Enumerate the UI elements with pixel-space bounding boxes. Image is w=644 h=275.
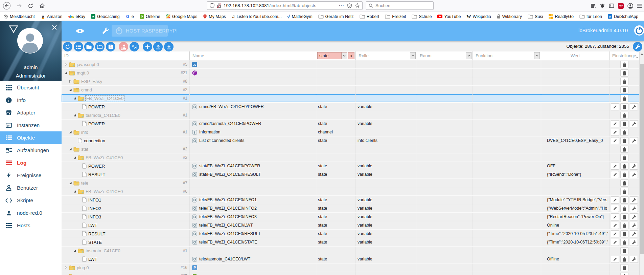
delete-button[interactable] <box>620 239 628 246</box>
object-row-info2[interactable]: INFO2tele/FB_WoZi_C41CE0/INFO2statevaria… <box>62 204 644 213</box>
bookmark-geocaching[interactable]: Geocaching <box>91 14 120 19</box>
delete-button[interactable] <box>620 103 628 110</box>
type-filter-select[interactable]: state <box>317 52 347 59</box>
tree-expanded-icon[interactable] <box>68 181 72 185</box>
delete-button[interactable] <box>620 137 628 144</box>
delete-button[interactable] <box>620 86 628 93</box>
sidebar-item-adapter[interactable]: Adapter <box>0 106 62 119</box>
search-bar[interactable]: Suchen <box>366 1 434 10</box>
delete-button[interactable] <box>620 120 628 127</box>
columns-settings-button[interactable] <box>633 42 642 51</box>
url-bar[interactable]: 192.168.178.102:8081/index.html#tab-obje… <box>207 1 363 10</box>
object-row-cmnd[interactable]: cmnd#2 <box>62 86 644 94</box>
delete-button[interactable] <box>620 188 628 195</box>
delete-button[interactable] <box>620 146 628 153</box>
list-view-button[interactable] <box>74 42 83 51</box>
object-row-stat[interactable]: stat#2 <box>62 145 644 153</box>
delete-button[interactable] <box>620 256 628 263</box>
tree-expanded-icon[interactable] <box>72 249 77 252</box>
scrollbar-thumb[interactable] <box>640 64 644 254</box>
bookmark-geräte-im-netz[interactable]: Geräte im Netz <box>318 14 354 19</box>
delete-button[interactable] <box>620 196 628 204</box>
object-row-mqtt-0[interactable]: mqtt.0#21 <box>62 69 644 77</box>
sort-az-button[interactable]: AZ <box>130 42 139 51</box>
sidebar-item-benutzer[interactable]: Benutzer <box>0 182 62 194</box>
bookmark-readlygo[interactable]: ReadlyGo <box>549 14 574 19</box>
bookmark-google-maps[interactable]: Google Maps <box>166 14 197 19</box>
tracking-shield-icon[interactable] <box>210 3 214 8</box>
column-header-settings[interactable]: Einstellungen <box>610 51 639 60</box>
custom-settings-button[interactable] <box>630 171 638 178</box>
type-filter-clear-button[interactable]: x <box>348 52 354 59</box>
edit-button[interactable] <box>611 222 619 229</box>
custom-settings-button[interactable] <box>630 213 638 220</box>
delete-button[interactable] <box>620 247 628 254</box>
delete-button[interactable] <box>620 163 628 170</box>
bookmark-schule[interactable]: Schule <box>412 14 432 19</box>
upload-objects-button[interactable] <box>153 42 163 51</box>
edit-button[interactable] <box>611 137 619 144</box>
bookmark-wiktionary[interactable]: Wiktionary <box>497 14 522 19</box>
edit-button[interactable] <box>611 196 619 204</box>
custom-settings-button[interactable] <box>630 239 638 246</box>
object-row-info3[interactable]: INFO3tele/FB_WoZi_C41CE0/INFO3statevaria… <box>62 213 644 221</box>
bookmark-susi[interactable]: Susi <box>528 14 543 19</box>
bookmark-meistbesucht[interactable]: Meistbesucht <box>3 14 35 19</box>
tree-expanded-icon[interactable] <box>72 190 77 193</box>
object-row-fb-wozi-c41ce0[interactable]: FB_WoZi_C41CE0#1 <box>62 94 644 103</box>
custom-settings-button[interactable] <box>630 120 638 127</box>
delete-button[interactable] <box>620 264 628 271</box>
custom-settings-button[interactable] <box>630 163 638 170</box>
object-row-info1[interactable]: INFO1tele/FB_WoZi_C41CE0/INFO1statevaria… <box>62 196 644 204</box>
edit-button[interactable] <box>611 256 619 263</box>
sidebar-item-ereignisse[interactable]: Ereignisse <box>0 169 62 182</box>
delete-button[interactable] <box>620 205 628 212</box>
object-row-lwt[interactable]: LWTtele/FB_WoZi_C41CE0/LWTstatevariableO… <box>62 221 644 230</box>
object-row-state[interactable]: STATEtele/FB_WoZi_C41CE0/STATEstatevaria… <box>62 238 644 247</box>
edit-button[interactable] <box>611 171 619 178</box>
delete-button[interactable] <box>620 61 628 68</box>
object-row-result[interactable]: RESULTstat/FB_WoZi_C41CE0/RESULTstatevar… <box>62 170 644 179</box>
custom-settings-button[interactable] <box>630 137 638 144</box>
object-row-info[interactable]: info#1Informationchannel <box>62 128 644 136</box>
add-object-button[interactable] <box>143 42 152 51</box>
bookmark-wikipedia[interactable]: WWikipedia <box>467 14 491 19</box>
download-objects-button[interactable] <box>164 42 174 51</box>
bookmark-amazon[interactable]: aAmazon <box>41 14 63 19</box>
delete-button[interactable] <box>620 179 628 187</box>
delete-button[interactable] <box>620 95 628 102</box>
column-header-function[interactable]: Funktion <box>473 51 541 60</box>
edit-button[interactable] <box>611 205 619 212</box>
bookmark-my-maps[interactable]: My Maps <box>203 14 226 19</box>
object-row-tasmota-c41ce0[interactable]: tasmota_C41CE0#1 <box>62 111 644 120</box>
sidebar-item-aufzählungen[interactable]: Aufzählungen <box>0 144 62 156</box>
wrench-icon[interactable] <box>102 27 109 34</box>
sidebar-item-hosts[interactable]: Hosts <box>0 219 62 232</box>
menu-icon[interactable] <box>637 4 642 8</box>
adblock-plus-icon[interactable]: ABP <box>618 3 624 9</box>
column-header-role[interactable]: Rolle <box>356 51 417 60</box>
edit-button[interactable] <box>611 103 619 110</box>
object-row-power[interactable]: POWERstat/FB_WoZi_C41CE0/POWERstatevaria… <box>62 162 644 170</box>
close-icon[interactable] <box>51 24 58 30</box>
page-actions-icon[interactable]: ··· <box>339 3 344 8</box>
sidebar-item-node-red-0[interactable]: node-red.0 <box>0 207 62 219</box>
delete-button[interactable] <box>620 171 628 178</box>
host-selector-button[interactable]: HOST RASPBERRYPI <box>112 25 168 37</box>
object-row-power[interactable]: POWERcmnd/tasmota_C41CE0/POWERstatevaria… <box>62 120 644 128</box>
object-row-ping-0[interactable]: ping.0#16P <box>62 263 644 272</box>
object-row-result[interactable]: RESULTtele/FB_WoZi_C41CE0/RESULTstatevar… <box>62 230 644 238</box>
library-icon[interactable] <box>591 3 596 8</box>
bookmark-robert[interactable]: Robert <box>360 14 380 19</box>
sidebar-item-objekte[interactable]: Objekte <box>0 131 62 144</box>
object-row-tele[interactable]: tele#7 <box>62 179 644 187</box>
bookmark-dieschulapp[interactable]: ADieSchulApp <box>608 14 638 19</box>
object-row-esp-easy[interactable]: ESP_Easy#8 <box>62 77 644 86</box>
bookmark-star-icon[interactable] <box>355 3 360 8</box>
protection-badge-icon[interactable] <box>347 3 352 8</box>
refresh-button[interactable] <box>63 42 72 51</box>
vertical-scrollbar[interactable] <box>639 51 644 275</box>
custom-settings-button[interactable] <box>630 205 638 212</box>
object-row-tasmota-c41ce0[interactable]: tasmota_C41CE0#1 <box>62 247 644 255</box>
edit-button[interactable] <box>611 239 619 246</box>
